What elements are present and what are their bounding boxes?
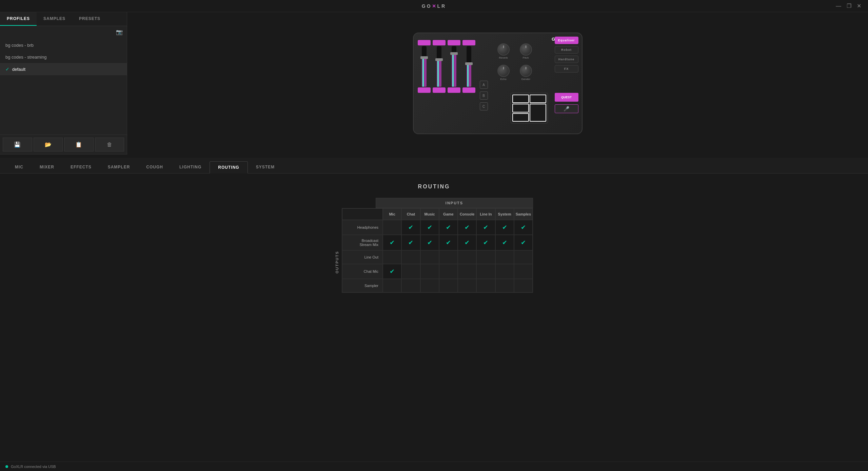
sampler-pad-a[interactable] [512,95,529,103]
device-area: GO✕LR [127,12,868,155]
fader-mute-4[interactable] [462,87,475,93]
cell-2-2[interactable] [420,250,439,264]
fader-track-2[interactable] [437,46,441,87]
fader-track-1[interactable] [422,46,427,87]
channel-button-2[interactable] [433,40,446,45]
cell-4-5[interactable] [476,279,495,292]
button-a[interactable]: A [480,81,488,89]
profile-item[interactable]: bg codes - brb [0,39,127,51]
channel-button-1[interactable] [418,40,431,45]
tab-sampler[interactable]: SAMPLER [100,161,138,173]
cell-0-4[interactable]: ✔ [458,220,476,235]
cell-0-5[interactable]: ✔ [476,220,495,235]
tab-profiles[interactable]: PROFILES [0,12,37,26]
cell-2-4[interactable] [458,250,476,264]
hardtune-button[interactable]: Hardtune [555,56,578,63]
echo-knob[interactable] [497,65,510,77]
cell-3-3[interactable] [439,264,458,279]
profile-item-default[interactable]: ✓ default [0,63,127,75]
load-profile-button[interactable]: 📂 [34,138,63,151]
maximize-button[interactable]: ❐ [847,3,851,9]
fader-mute-1[interactable] [418,87,431,93]
tab-mixer[interactable]: MIXER [32,161,62,173]
camera-icon[interactable]: 📷 [116,29,123,35]
cell-2-6[interactable] [495,250,514,264]
cell-4-7[interactable] [514,279,533,292]
delete-profile-button[interactable]: 🗑 [95,138,124,151]
fader-track-3[interactable] [452,46,456,87]
cell-0-2[interactable]: ✔ [420,220,439,235]
cell-2-3[interactable] [439,250,458,264]
fader-mute-3[interactable] [448,87,460,93]
check-icon: ✔ [408,224,413,231]
titlebar: GO✕LR — ❐ ✕ [0,0,868,12]
channel-button-4[interactable] [462,40,475,45]
fader-mute-2[interactable] [433,87,446,93]
tab-routing[interactable]: ROUTING [210,161,248,173]
cell-1-7[interactable]: ✔ [514,235,533,250]
channel-3 [448,40,460,93]
cell-0-6[interactable]: ✔ [495,220,514,235]
tab-lighting[interactable]: LIGHTING [171,161,210,173]
copy-profile-button[interactable]: 📋 [64,138,94,151]
pitch-knob[interactable] [520,43,532,56]
button-b[interactable]: B [480,91,488,100]
side-fx-buttons: QUEST 🎤 [555,93,578,113]
cell-0-3[interactable]: ✔ [439,220,458,235]
cell-1-1[interactable]: ✔ [401,235,420,250]
cell-3-5[interactable] [476,264,495,279]
mic-button[interactable]: 🎤 [555,104,578,113]
robot-button[interactable]: Robot [555,46,578,54]
cell-1-2[interactable]: ✔ [420,235,439,250]
reverb-knob[interactable] [497,43,510,56]
sampler-pad-d[interactable] [530,104,546,122]
cell-2-7[interactable] [514,250,533,264]
cell-3-2[interactable] [420,264,439,279]
cell-1-3[interactable]: ✔ [439,235,458,250]
cell-2-0[interactable] [383,250,401,264]
cell-4-6[interactable] [495,279,514,292]
button-c[interactable]: C [480,102,488,110]
cell-4-0[interactable] [383,279,401,292]
cell-3-7[interactable] [514,264,533,279]
cell-1-0[interactable]: ✔ [383,235,401,250]
tab-mic[interactable]: MIC [7,161,32,173]
sampler-pad-b[interactable] [530,95,546,103]
cell-3-6[interactable] [495,264,514,279]
cell-1-4[interactable]: ✔ [458,235,476,250]
equaliser-button[interactable]: Equaliser [555,37,578,44]
check-icon: ✔ [465,224,470,231]
fx-button[interactable]: FX [555,65,578,73]
tab-effects[interactable]: EFFECTS [62,161,100,173]
cell-3-0[interactable]: ✔ [383,264,401,279]
cell-4-2[interactable] [420,279,439,292]
quest-button[interactable]: QUEST [555,93,578,102]
cell-3-4[interactable] [458,264,476,279]
tab-samples[interactable]: SAMPLES [37,12,72,26]
cell-2-5[interactable] [476,250,495,264]
tab-cough[interactable]: COUGH [138,161,171,173]
cell-4-4[interactable] [458,279,476,292]
channel-button-3[interactable] [448,40,460,45]
cell-0-0[interactable] [383,220,401,235]
cell-4-1[interactable] [401,279,420,292]
cell-0-7[interactable]: ✔ [514,220,533,235]
tab-system[interactable]: SYSTEM [248,161,283,173]
fader-track-4[interactable] [467,46,471,87]
save-profile-button[interactable]: 💾 [3,138,32,151]
cell-0-1[interactable]: ✔ [401,220,420,235]
cell-3-1[interactable] [401,264,420,279]
minimize-button[interactable]: — [836,3,841,9]
cell-4-3[interactable] [439,279,458,292]
cell-2-1[interactable] [401,250,420,264]
cell-1-6[interactable]: ✔ [495,235,514,250]
gender-knob[interactable] [520,65,532,77]
cell-1-5[interactable]: ✔ [476,235,495,250]
sampler-pad-e[interactable] [512,113,529,122]
profile-item[interactable]: bg codes - streaming [0,51,127,63]
tab-presets[interactable]: PRESETS [72,12,107,26]
sampler-pad-c[interactable] [512,104,529,112]
sampler-section [511,93,548,123]
close-button[interactable]: ✕ [857,3,861,9]
check-icon: ✔ [465,239,470,246]
